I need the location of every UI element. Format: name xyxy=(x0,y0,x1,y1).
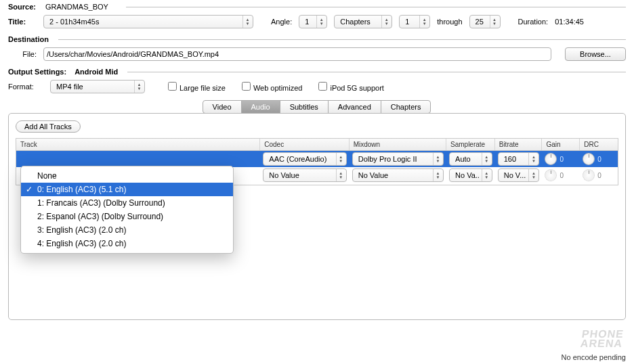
mixdown-select[interactable]: No Value xyxy=(352,168,444,182)
tab-video[interactable]: Video xyxy=(203,100,242,114)
drc-value: 0 xyxy=(597,172,601,179)
bitrate-select[interactable]: 160 xyxy=(498,152,540,166)
file-label: File: xyxy=(8,50,37,58)
mixdown-select[interactable]: Dolby Pro Logic II xyxy=(352,152,444,166)
track-option-none[interactable]: None xyxy=(21,169,233,183)
codec-select[interactable]: No Value xyxy=(263,168,346,182)
format-select[interactable]: MP4 file xyxy=(50,80,145,93)
format-label: Format: xyxy=(8,83,41,91)
file-row: File: Browse... xyxy=(8,47,626,61)
browse-button[interactable]: Browse... xyxy=(565,47,626,61)
tab-audio[interactable]: Audio xyxy=(241,100,280,114)
output-settings-label: Output Settings: xyxy=(8,68,66,76)
track-option[interactable]: 1: Francais (AC3) (Dolby Surround) xyxy=(21,196,233,210)
th-gain: Gain xyxy=(542,139,580,150)
track-option[interactable]: 4: English (AC3) (2.0 ch) xyxy=(21,237,233,250)
title-select-wrap: 2 - 01h34m45s xyxy=(43,15,253,28)
track-dropdown[interactable]: None 0: English (AC3) (5.1 ch) 1: Franca… xyxy=(20,166,234,254)
table-row[interactable]: AAC (CoreAudio) Dolby Pro Logic II Auto … xyxy=(16,151,618,167)
drc-knob[interactable] xyxy=(583,169,595,181)
destination-label: Destination xyxy=(8,35,49,43)
gain-value: 0 xyxy=(559,172,564,179)
format-row: Format: MP4 file Large file size Web opt… xyxy=(8,80,626,93)
add-all-tracks-button[interactable]: Add All Tracks xyxy=(16,120,81,133)
destination-row: Destination xyxy=(8,35,626,43)
th-drc: DRC xyxy=(580,139,618,150)
web-optimized-checkbox[interactable] xyxy=(242,82,251,91)
th-codec: Codec xyxy=(260,139,349,150)
tab-advanced[interactable]: Advanced xyxy=(328,100,381,114)
output-preset: Android Mid xyxy=(75,68,118,76)
th-samplerate: Samplerate xyxy=(446,139,495,150)
web-optimized-checkbox-label[interactable]: Web optimized xyxy=(242,82,303,92)
audio-table-header: Track Codec Mixdown Samplerate Bitrate G… xyxy=(16,139,618,151)
th-track: Track xyxy=(16,139,260,150)
chapter-to-wrap: 25 xyxy=(469,15,501,28)
source-label: Source: xyxy=(8,3,36,11)
file-input[interactable] xyxy=(43,47,551,61)
drc-knob[interactable] xyxy=(583,153,595,165)
status-text: No encode pending xyxy=(562,353,626,361)
chapter-to-select[interactable]: 25 xyxy=(469,15,501,28)
duration-value: 01:34:45 xyxy=(555,18,584,26)
large-file-checkbox[interactable] xyxy=(168,82,177,91)
gain-knob[interactable] xyxy=(545,169,557,181)
ipod-checkbox[interactable] xyxy=(318,82,327,91)
codec-select[interactable]: AAC (CoreAudio) xyxy=(263,152,346,166)
samplerate-select[interactable]: No Va... xyxy=(449,168,492,182)
through-label: through xyxy=(437,18,462,26)
bitrate-select[interactable]: No V... xyxy=(498,168,540,182)
track-option[interactable]: 2: Espanol (AC3) (Dolby Surround) xyxy=(21,210,233,223)
angle-label: Angle: xyxy=(271,18,292,26)
gain-value: 0 xyxy=(559,156,564,163)
tabs-area: Video Audio Subtitles Advanced Chapters … xyxy=(8,100,626,320)
gain-knob[interactable] xyxy=(545,153,557,165)
title-label: Title: xyxy=(8,18,37,26)
title-select[interactable]: 2 - 01h34m45s xyxy=(43,15,253,28)
chapter-from-wrap: 1 xyxy=(399,15,430,28)
output-settings-row: Output Settings: Android Mid xyxy=(8,68,626,76)
source-row: Source: GRANDMAS_BOY xyxy=(8,3,626,11)
divider xyxy=(58,39,626,40)
divider xyxy=(127,72,626,72)
title-row: Title: 2 - 01h34m45s Angle: 1 Chapters 1… xyxy=(8,15,626,28)
watermark: PHONEARENA xyxy=(580,329,625,349)
th-bitrate: Bitrate xyxy=(495,139,543,150)
samplerate-select[interactable]: Auto xyxy=(449,152,492,166)
track-option[interactable]: 3: English (AC3) (2.0 ch) xyxy=(21,223,233,237)
source-name: GRANDMAS_BOY xyxy=(45,3,108,11)
large-file-checkbox-label[interactable]: Large file size xyxy=(168,82,226,92)
chapters-mode-select[interactable]: Chapters xyxy=(334,15,392,28)
format-select-wrap: MP4 file xyxy=(50,80,145,93)
divider xyxy=(126,7,626,7)
tab-subtitles[interactable]: Subtitles xyxy=(280,100,329,114)
angle-select[interactable]: 1 xyxy=(299,15,327,28)
chapters-mode-wrap: Chapters xyxy=(334,15,392,28)
tabbar: Video Audio Subtitles Advanced Chapters xyxy=(8,100,626,114)
angle-select-wrap: 1 xyxy=(299,15,327,28)
duration-label: Duration: xyxy=(518,18,549,26)
drc-value: 0 xyxy=(597,156,601,163)
tab-chapters[interactable]: Chapters xyxy=(381,100,431,114)
chapter-from-select[interactable]: 1 xyxy=(399,15,430,28)
track-option[interactable]: 0: English (AC3) (5.1 ch) xyxy=(21,183,233,196)
th-mixdown: Mixdown xyxy=(350,139,446,150)
ipod-checkbox-label[interactable]: iPod 5G support xyxy=(318,82,384,92)
